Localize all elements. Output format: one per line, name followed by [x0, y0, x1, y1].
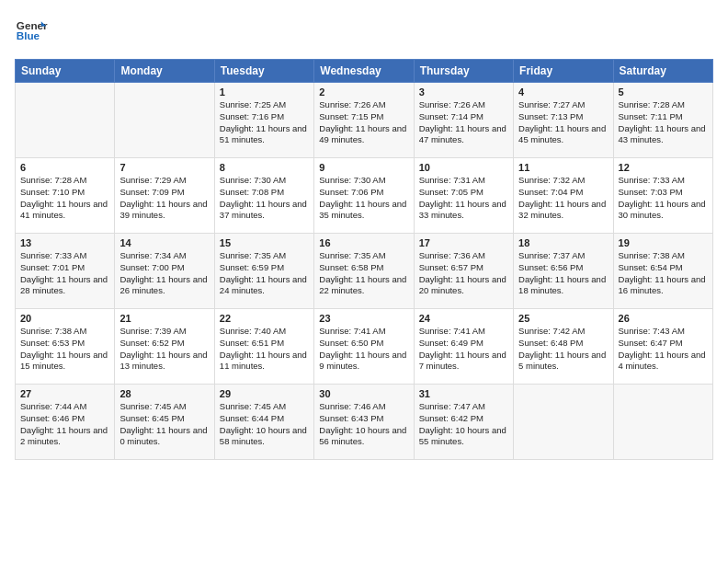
day-info: Sunrise: 7:33 AM Sunset: 7:03 PM Dayligh… — [619, 175, 708, 222]
day-info: Sunrise: 7:25 AM Sunset: 7:16 PM Dayligh… — [220, 99, 309, 146]
day-number: 1 — [220, 86, 309, 98]
day-number: 9 — [319, 162, 408, 173]
day-info: Sunrise: 7:45 AM Sunset: 6:44 PM Dayligh… — [220, 401, 309, 448]
calendar-cell: 14Sunrise: 7:34 AM Sunset: 7:00 PM Dayli… — [115, 234, 214, 309]
calendar-cell: 23Sunrise: 7:41 AM Sunset: 6:50 PM Dayli… — [314, 309, 414, 385]
day-info: Sunrise: 7:42 AM Sunset: 6:48 PM Dayligh… — [518, 326, 608, 373]
day-info: Sunrise: 7:34 AM Sunset: 7:00 PM Dayligh… — [119, 250, 209, 297]
calendar-week-row: 13Sunrise: 7:33 AM Sunset: 7:01 PM Dayli… — [16, 234, 713, 309]
calendar-cell: 22Sunrise: 7:40 AM Sunset: 6:51 PM Dayli… — [214, 309, 313, 385]
day-number: 20 — [20, 313, 109, 324]
day-number: 26 — [619, 313, 708, 324]
day-info: Sunrise: 7:45 AM Sunset: 6:45 PM Dayligh… — [119, 401, 209, 448]
weekday-header: Sunday — [16, 60, 115, 83]
calendar-cell: 29Sunrise: 7:45 AM Sunset: 6:44 PM Dayli… — [214, 385, 313, 460]
day-info: Sunrise: 7:28 AM Sunset: 7:10 PM Dayligh… — [20, 175, 109, 222]
day-number: 15 — [220, 237, 309, 248]
day-number: 19 — [619, 237, 708, 248]
day-number: 23 — [319, 313, 408, 324]
calendar-week-row: 20Sunrise: 7:38 AM Sunset: 6:53 PM Dayli… — [16, 309, 713, 385]
day-info: Sunrise: 7:29 AM Sunset: 7:09 PM Dayligh… — [119, 175, 209, 222]
calendar-cell: 7Sunrise: 7:29 AM Sunset: 7:09 PM Daylig… — [115, 158, 214, 234]
calendar-week-row: 1Sunrise: 7:25 AM Sunset: 7:16 PM Daylig… — [16, 83, 713, 158]
weekday-header: Tuesday — [214, 60, 313, 83]
calendar-cell: 30Sunrise: 7:46 AM Sunset: 6:43 PM Dayli… — [314, 385, 414, 460]
calendar-cell — [115, 83, 214, 158]
calendar-cell: 26Sunrise: 7:43 AM Sunset: 6:47 PM Dayli… — [613, 309, 712, 385]
calendar-cell: 1Sunrise: 7:25 AM Sunset: 7:16 PM Daylig… — [214, 83, 313, 158]
calendar-cell — [16, 83, 115, 158]
weekday-header: Saturday — [613, 60, 712, 83]
day-number: 30 — [319, 388, 408, 399]
calendar-cell: 3Sunrise: 7:26 AM Sunset: 7:14 PM Daylig… — [414, 83, 513, 158]
day-number: 8 — [220, 162, 309, 173]
calendar-cell: 4Sunrise: 7:27 AM Sunset: 7:13 PM Daylig… — [514, 83, 613, 158]
calendar-cell: 21Sunrise: 7:39 AM Sunset: 6:52 PM Dayli… — [115, 309, 214, 385]
day-number: 18 — [518, 237, 608, 248]
day-number: 27 — [20, 388, 109, 399]
day-info: Sunrise: 7:26 AM Sunset: 7:14 PM Dayligh… — [419, 99, 508, 146]
calendar-cell: 17Sunrise: 7:36 AM Sunset: 6:57 PM Dayli… — [414, 234, 513, 309]
day-number: 3 — [419, 86, 508, 98]
calendar-cell: 6Sunrise: 7:28 AM Sunset: 7:10 PM Daylig… — [16, 158, 115, 234]
day-info: Sunrise: 7:35 AM Sunset: 6:59 PM Dayligh… — [220, 250, 309, 297]
day-info: Sunrise: 7:27 AM Sunset: 7:13 PM Dayligh… — [518, 99, 608, 146]
calendar-cell: 24Sunrise: 7:41 AM Sunset: 6:49 PM Dayli… — [414, 309, 513, 385]
calendar-cell: 15Sunrise: 7:35 AM Sunset: 6:59 PM Dayli… — [214, 234, 313, 309]
day-number: 10 — [419, 162, 508, 173]
calendar-cell: 2Sunrise: 7:26 AM Sunset: 7:15 PM Daylig… — [314, 83, 414, 158]
calendar-cell: 5Sunrise: 7:28 AM Sunset: 7:11 PM Daylig… — [613, 83, 712, 158]
day-info: Sunrise: 7:31 AM Sunset: 7:05 PM Dayligh… — [419, 175, 508, 222]
day-info: Sunrise: 7:32 AM Sunset: 7:04 PM Dayligh… — [518, 175, 608, 222]
weekday-header: Thursday — [414, 60, 513, 83]
calendar-cell — [613, 385, 712, 460]
calendar-cell: 20Sunrise: 7:38 AM Sunset: 6:53 PM Dayli… — [16, 309, 115, 385]
calendar-week-row: 6Sunrise: 7:28 AM Sunset: 7:10 PM Daylig… — [16, 158, 713, 234]
logo-icon: General Blue — [15, 15, 48, 48]
day-number: 11 — [518, 162, 608, 173]
calendar-week-row: 27Sunrise: 7:44 AM Sunset: 6:46 PM Dayli… — [16, 385, 713, 460]
calendar-cell: 19Sunrise: 7:38 AM Sunset: 6:54 PM Dayli… — [613, 234, 712, 309]
weekday-header-row: SundayMondayTuesdayWednesdayThursdayFrid… — [16, 60, 713, 83]
weekday-header: Monday — [115, 60, 214, 83]
day-number: 6 — [20, 162, 109, 173]
day-info: Sunrise: 7:39 AM Sunset: 6:52 PM Dayligh… — [119, 326, 209, 373]
day-number: 12 — [619, 162, 708, 173]
day-info: Sunrise: 7:38 AM Sunset: 6:54 PM Dayligh… — [619, 250, 708, 297]
day-info: Sunrise: 7:36 AM Sunset: 6:57 PM Dayligh… — [419, 250, 508, 297]
day-number: 22 — [220, 313, 309, 324]
day-number: 5 — [619, 86, 708, 98]
calendar-cell: 10Sunrise: 7:31 AM Sunset: 7:05 PM Dayli… — [414, 158, 513, 234]
calendar-cell: 27Sunrise: 7:44 AM Sunset: 6:46 PM Dayli… — [16, 385, 115, 460]
day-info: Sunrise: 7:44 AM Sunset: 6:46 PM Dayligh… — [20, 401, 109, 448]
day-info: Sunrise: 7:33 AM Sunset: 7:01 PM Dayligh… — [20, 250, 109, 297]
day-info: Sunrise: 7:41 AM Sunset: 6:49 PM Dayligh… — [419, 326, 508, 373]
calendar-cell: 11Sunrise: 7:32 AM Sunset: 7:04 PM Dayli… — [514, 158, 613, 234]
day-number: 17 — [419, 237, 508, 248]
day-number: 24 — [419, 313, 508, 324]
calendar-cell: 25Sunrise: 7:42 AM Sunset: 6:48 PM Dayli… — [514, 309, 613, 385]
day-number: 14 — [119, 237, 209, 248]
day-number: 16 — [319, 237, 408, 248]
day-number: 2 — [319, 86, 408, 98]
calendar-cell: 9Sunrise: 7:30 AM Sunset: 7:06 PM Daylig… — [314, 158, 414, 234]
day-number: 29 — [220, 388, 309, 399]
day-info: Sunrise: 7:26 AM Sunset: 7:15 PM Dayligh… — [319, 99, 408, 146]
calendar-cell: 8Sunrise: 7:30 AM Sunset: 7:08 PM Daylig… — [214, 158, 313, 234]
day-info: Sunrise: 7:30 AM Sunset: 7:08 PM Dayligh… — [220, 175, 309, 222]
weekday-header: Wednesday — [314, 60, 414, 83]
day-number: 13 — [20, 237, 109, 248]
day-info: Sunrise: 7:38 AM Sunset: 6:53 PM Dayligh… — [20, 326, 109, 373]
day-info: Sunrise: 7:40 AM Sunset: 6:51 PM Dayligh… — [220, 326, 309, 373]
weekday-header: Friday — [514, 60, 613, 83]
day-info: Sunrise: 7:43 AM Sunset: 6:47 PM Dayligh… — [619, 326, 708, 373]
day-number: 7 — [119, 162, 209, 173]
day-info: Sunrise: 7:35 AM Sunset: 6:58 PM Dayligh… — [319, 250, 408, 297]
day-number: 4 — [518, 86, 608, 98]
day-number: 21 — [119, 313, 209, 324]
day-info: Sunrise: 7:46 AM Sunset: 6:43 PM Dayligh… — [319, 401, 408, 448]
calendar-cell: 18Sunrise: 7:37 AM Sunset: 6:56 PM Dayli… — [514, 234, 613, 309]
calendar-table: SundayMondayTuesdayWednesdayThursdayFrid… — [15, 59, 713, 460]
calendar-cell: 28Sunrise: 7:45 AM Sunset: 6:45 PM Dayli… — [115, 385, 214, 460]
day-info: Sunrise: 7:47 AM Sunset: 6:42 PM Dayligh… — [419, 401, 508, 448]
